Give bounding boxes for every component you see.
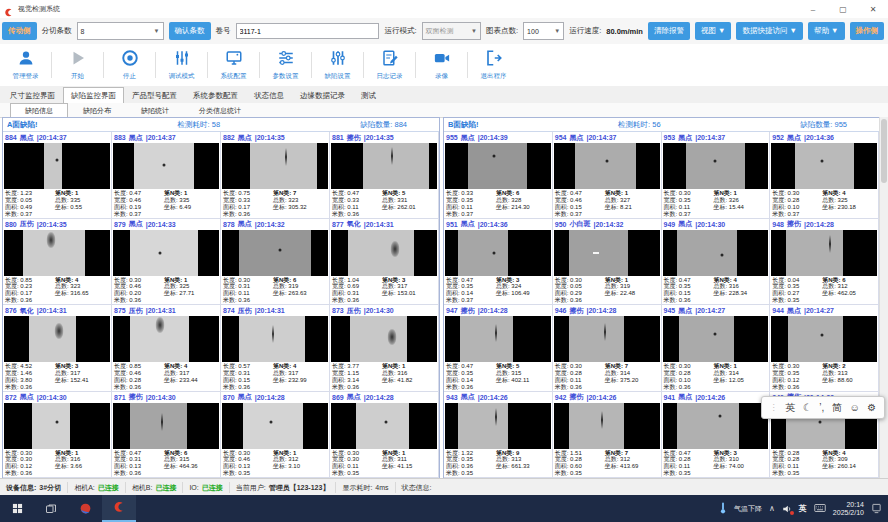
exit-toolbar-button[interactable]: 退出程序	[470, 49, 517, 81]
ime-emoji-icon[interactable]: ☺	[850, 402, 860, 413]
subtab-3[interactable]: 缺陷统计	[126, 104, 184, 117]
scrollbar-thumb[interactable]	[881, 119, 887, 183]
touch-keyboard-icon[interactable]	[814, 503, 826, 514]
ime-moon-icon[interactable]: ☾	[803, 402, 812, 413]
defect-cell[interactable]: 872 黑点 |20:14:30 长度: 0.30宽度: 0.30面积: 0.1…	[3, 392, 112, 479]
action-center-icon[interactable]	[871, 503, 882, 515]
defect-thumbnail[interactable]	[113, 403, 219, 449]
roll-number-input[interactable]	[236, 23, 380, 39]
volume-icon[interactable]	[782, 504, 792, 514]
confirm-count-button[interactable]: 确认条数	[169, 22, 211, 40]
defect-cell[interactable]: 950 小白斑 |20:14:32 长度: 0.30宽度: 0.05面积: 0.…	[553, 219, 662, 306]
ime-language-indicator[interactable]: 英	[799, 503, 807, 514]
monitor-toolbar-button[interactable]: 系统配置	[210, 49, 257, 81]
clear-alarm-button[interactable]: 清除报警	[648, 22, 690, 40]
defect-cell[interactable]: 955 黑点 |20:14:39 长度: 0.33宽度: 0.35面积: 0.1…	[444, 132, 553, 219]
defect-cell[interactable]: 880 压伤 |20:14:35 长度: 0.85宽度: 0.23面积: 0.1…	[3, 219, 112, 306]
tune-toolbar-button[interactable]: 调试模式	[158, 49, 205, 81]
ime-simplified-chinese[interactable]: 简	[832, 401, 842, 415]
defect-thumbnail[interactable]	[445, 143, 551, 189]
defect-cell[interactable]: 942 擦伤 |20:14:26 长度: 1.51宽度: 0.28面积: 0.6…	[553, 392, 662, 479]
taskbar-app-inspection[interactable]	[102, 495, 136, 522]
defect-thumbnail[interactable]	[663, 143, 769, 189]
defect-thumbnail[interactable]	[445, 230, 551, 276]
defect-cell[interactable]: 945 黑点 |20:14:27 长度: 0.30宽度: 0.28面积: 0.1…	[662, 305, 771, 392]
taskbar-clock[interactable]: 20:14 2025/2/10	[833, 501, 864, 517]
defect-cell[interactable]: 881 擦伤 |20:14:35 长度: 0.47宽度: 0.33面积: 0.1…	[330, 132, 439, 219]
play-toolbar-button[interactable]: 开始	[54, 49, 101, 81]
tab-6[interactable]: 边缘数据记录	[292, 88, 353, 103]
slidersH-toolbar-button[interactable]: 参数设置	[262, 49, 309, 81]
defect-cell[interactable]: 952 黑点 |20:14:36 长度: 0.30宽度: 0.28面积: 0.1…	[770, 132, 879, 219]
defect-thumbnail[interactable]	[222, 316, 328, 362]
defect-cell[interactable]: 951 黑点 |20:14:36 长度: 0.47宽度: 0.35面积: 0.1…	[444, 219, 553, 306]
tray-expand-caret[interactable]: ∧	[769, 504, 775, 513]
defect-thumbnail[interactable]	[663, 316, 769, 362]
tab-5[interactable]: 状态信息	[246, 88, 292, 103]
defect-cell[interactable]: 946 擦伤 |20:14:28 长度: 0.30宽度: 0.28面积: 0.1…	[553, 305, 662, 392]
defect-thumbnail[interactable]	[331, 403, 437, 449]
defect-thumbnail[interactable]	[331, 143, 437, 189]
taskbar-app-browser[interactable]	[68, 495, 102, 522]
defect-cell[interactable]: 869 黑点 |20:14:28 长度: 0.30宽度: 0.30面积: 0.1…	[330, 392, 439, 479]
task-view-button[interactable]	[34, 495, 68, 522]
ime-punctuation-icon[interactable]: ’,	[819, 402, 824, 413]
defect-thumbnail[interactable]	[222, 143, 328, 189]
tab-7[interactable]: 测试	[353, 88, 384, 103]
chart-points-select[interactable]: 100 ▼	[523, 22, 564, 40]
defect-thumbnail[interactable]	[663, 403, 769, 449]
defect-cell[interactable]: 879 黑点 |20:14:33 长度: 0.30宽度: 0.46面积: 0.2…	[112, 219, 221, 306]
defect-thumbnail[interactable]	[663, 230, 769, 276]
defect-cell[interactable]: 875 压伤 |20:14:31 长度: 0.85宽度: 0.46面积: 0.2…	[112, 305, 221, 392]
defect-thumbnail[interactable]	[331, 316, 437, 362]
defect-cell[interactable]: 878 黑点 |20:14:32 长度: 0.30宽度: 0.31面积: 0.1…	[221, 219, 330, 306]
operator-side-button[interactable]: 操作侧	[850, 22, 885, 40]
defect-thumbnail[interactable]	[771, 143, 877, 189]
log-toolbar-button[interactable]: 日志记录	[366, 49, 413, 81]
defect-cell[interactable]: 948 擦伤 |20:14:28 长度: 0.04宽度: 0.35面积: 0.2…	[770, 219, 879, 306]
defect-thumbnail[interactable]	[222, 230, 328, 276]
defect-thumbnail[interactable]	[331, 230, 437, 276]
minimize-button[interactable]: –	[798, 0, 828, 18]
defect-thumbnail[interactable]	[4, 316, 110, 362]
slit-count-select[interactable]: 8 ▼	[77, 22, 164, 40]
defect-cell[interactable]: 874 压伤 |20:14:31 长度: 0.57宽度: 0.31面积: 0.1…	[221, 305, 330, 392]
defect-cell[interactable]: 944 黑点 |20:14:27 长度: 0.30宽度: 0.35面积: 0.1…	[770, 305, 879, 392]
defect-cell[interactable]: 941 黑点 |20:14:26 长度: 0.47宽度: 0.28面积: 0.1…	[662, 392, 771, 479]
defect-cell[interactable]: 954 黑点 |20:14:37 长度: 0.47宽度: 0.46面积: 0.1…	[553, 132, 662, 219]
defect-cell[interactable]: 883 黑点 |20:14:37 长度: 0.47宽度: 0.46面积: 0.1…	[112, 132, 221, 219]
defect-thumbnail[interactable]	[445, 403, 551, 449]
ime-mode-english[interactable]: 英	[785, 401, 795, 415]
defect-cell[interactable]: 943 黑点 |20:14:26 长度: 1.32宽度: 0.35面积: 0.3…	[444, 392, 553, 479]
defect-thumbnail[interactable]	[554, 230, 660, 276]
maximize-button[interactable]: ▢	[828, 0, 858, 18]
defect-thumbnail[interactable]	[4, 230, 110, 276]
defect-cell[interactable]: 873 压伤 |20:14:30 长度: 3.77宽度: 1.15面积: 3.1…	[330, 305, 439, 392]
defect-cell[interactable]: 871 擦伤 |20:14:30 长度: 0.47宽度: 0.31面积: 0.1…	[112, 392, 221, 479]
windows-start-button[interactable]	[0, 495, 34, 522]
drive-side-button[interactable]: 传动侧	[2, 22, 37, 40]
defect-thumbnail[interactable]	[554, 403, 660, 449]
defect-thumbnail[interactable]	[771, 230, 877, 276]
user-toolbar-button[interactable]: 管理登录	[2, 49, 49, 81]
defect-thumbnail[interactable]	[4, 143, 110, 189]
tab-4[interactable]: 系统参数配置	[185, 88, 246, 103]
defect-cell[interactable]: 877 氧化 |20:14:31 长度: 1.04宽度: 0.69面积: 0.3…	[330, 219, 439, 306]
ime-toolbar[interactable]: ⋮英☾’,简☺⚙	[761, 396, 885, 419]
defect-thumbnail[interactable]	[113, 316, 219, 362]
defect-cell[interactable]: 884 黑点 |20:14:37 长度: 1.23宽度: 0.05面积: 0.4…	[3, 132, 112, 219]
stop-toolbar-button[interactable]: 停止	[106, 49, 153, 81]
defect-cell[interactable]: 876 氧化 |20:14:31 长度: 4.52宽度: 1.46面积: 3.8…	[3, 305, 112, 392]
vertical-scrollbar[interactable]	[879, 117, 888, 478]
subtab-2[interactable]: 缺陷分布	[68, 104, 126, 117]
defect-thumbnail[interactable]	[113, 143, 219, 189]
defect-thumbnail[interactable]	[554, 143, 660, 189]
tab-2[interactable]: 缺陷监控界面	[63, 87, 124, 104]
weather-text[interactable]: 气温下降	[734, 504, 762, 514]
defect-thumbnail[interactable]	[771, 316, 877, 362]
defect-thumbnail[interactable]	[113, 230, 219, 276]
camera-toolbar-button[interactable]: 录像	[418, 49, 465, 81]
defect-cell[interactable]: 947 擦伤 |20:14:28 长度: 0.47宽度: 0.35面积: 0.1…	[444, 305, 553, 392]
defect-cell[interactable]: 953 黑点 |20:14:37 长度: 0.30宽度: 0.35面积: 0.1…	[662, 132, 771, 219]
defect-cell[interactable]: 882 黑点 |20:14:35 长度: 0.75宽度: 0.33面积: 0.1…	[221, 132, 330, 219]
